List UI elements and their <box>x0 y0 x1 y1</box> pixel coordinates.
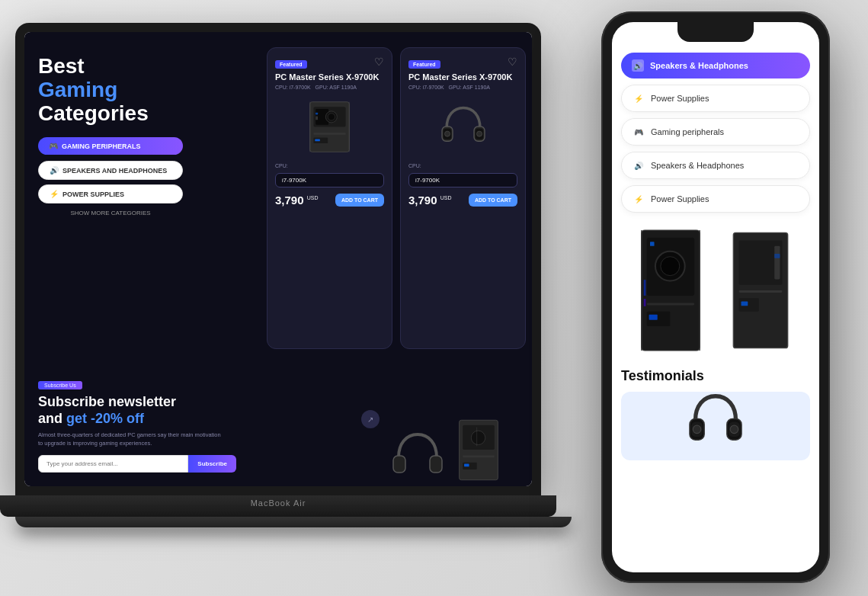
svg-rect-19 <box>430 456 442 473</box>
add-to-cart-button-1[interactable]: ADD TO CART <box>335 194 384 207</box>
newsletter-title: Subscribe newsletter and get -20% off <box>38 394 229 427</box>
laptop-screen: Best Gaming Categories 🎮 GAMING PERIPHER… <box>24 32 532 486</box>
newsletter-subscribe-button[interactable]: Subscribe <box>188 455 236 473</box>
phone-tower-image-1 <box>629 222 713 359</box>
svg-rect-25 <box>464 464 469 467</box>
product-name-2: PC Master Series X-9700K <box>408 72 517 82</box>
phone-tower-image-2 <box>719 222 802 359</box>
svg-rect-44 <box>774 246 780 280</box>
product-card-pc: Featured ♡ PC Master Series X-9700K CPU:… <box>267 47 392 349</box>
svg-rect-41 <box>739 290 783 293</box>
svg-rect-45 <box>774 254 780 258</box>
category-speakers-headphones[interactable]: 🔊 SPEAKERS AND HEADPHONES <box>38 161 183 180</box>
hero-title-line2: Gaming <box>38 78 117 101</box>
phone-menu-power-1[interactable]: ⚡ Power Supplies <box>621 85 810 112</box>
phone-menu-speakers-2[interactable]: 🔊 Speakers & Headphones <box>621 152 810 179</box>
testimonial-card <box>621 392 810 460</box>
phone-menu-label-2: Gaming peripherals <box>651 127 724 136</box>
phone-menu-label-0: Speakers & Headphones <box>650 61 748 70</box>
product-cards: Featured ♡ PC Master Series X-9700K CPU:… <box>267 47 526 349</box>
card-price-row-1: 3,790 USD ADD TO CART <box>275 194 384 207</box>
hero-left: Best Gaming Categories 🎮 GAMING PERIPHER… <box>38 47 267 349</box>
svg-rect-33 <box>649 315 658 320</box>
phone-menu-label-3: Speakers & Headphones <box>651 161 744 170</box>
scene: Best Gaming Categories 🎮 GAMING PERIPHER… <box>0 0 868 596</box>
svg-point-50 <box>693 425 701 434</box>
cpu-select-1[interactable]: i7-9700K <box>275 173 384 187</box>
speaker-icon-active: 🔊 <box>632 59 644 72</box>
hero-title-line3: Categories <box>38 101 149 125</box>
product-image-pc <box>275 96 384 157</box>
power-icon-1: ⚡ <box>633 92 645 104</box>
svg-rect-18 <box>393 456 405 473</box>
hero-title-line1: Best <box>38 54 85 78</box>
product-specs-2: CPU: i7-9700K GPU: ASF 1190A <box>408 85 517 90</box>
svg-rect-34 <box>650 242 655 246</box>
card-featured-badge-1: Featured <box>275 60 307 69</box>
show-more-categories[interactable]: SHOW MORE CATEGORIES <box>38 210 183 216</box>
gamepad-icon: 🎮 <box>633 126 645 138</box>
speaker-icon-2: 🔊 <box>633 159 645 171</box>
category-power-supplies[interactable]: ⚡ POWER SUPPLIES <box>38 184 183 203</box>
category-label-gaming: GAMING PERIPHERALS <box>62 143 141 150</box>
svg-point-4 <box>328 113 335 120</box>
svg-rect-7 <box>315 139 320 141</box>
laptop: Best Gaming Categories 🎮 GAMING PERIPHER… <box>15 23 564 572</box>
testimonials-title: Testimonials <box>621 368 810 384</box>
wishlist-icon-1[interactable]: ♡ <box>374 56 384 68</box>
laptop-screen-outer: Best Gaming Categories 🎮 GAMING PERIPHER… <box>15 23 541 495</box>
card-featured-badge-2: Featured <box>408 60 440 69</box>
phone-menu-gaming[interactable]: 🎮 Gaming peripherals <box>621 118 810 146</box>
category-gaming-peripherals[interactable]: 🎮 GAMING PERIPHERALS <box>38 137 183 155</box>
hero-title: Best Gaming Categories <box>38 55 267 125</box>
svg-rect-9 <box>315 116 318 120</box>
card-cpu-label-1: CPU: <box>275 163 384 168</box>
product-image-headphones <box>408 96 517 157</box>
svg-rect-23 <box>463 455 495 457</box>
wishlist-icon-2[interactable]: ♡ <box>508 56 517 68</box>
laptop-website: Best Gaming Categories 🎮 GAMING PERIPHER… <box>24 32 532 486</box>
svg-point-17 <box>476 131 482 136</box>
newsletter-email-input[interactable] <box>38 455 188 473</box>
svg-rect-8 <box>315 113 318 115</box>
category-label-speakers: SPEAKERS AND HEADPHONES <box>62 167 167 175</box>
phone: 🔊 Speakers & Headphones ⚡ Power Supplies… <box>601 11 830 583</box>
circle-navigation-button[interactable]: ↗ <box>361 410 380 428</box>
power-icon-2: ⚡ <box>633 193 645 205</box>
svg-point-16 <box>444 131 450 136</box>
card-cpu-label-2: CPU: <box>408 163 517 168</box>
phone-website: 🔊 Speakers & Headphones ⚡ Power Supplies… <box>612 22 819 572</box>
cpu-select-2[interactable]: i7-9700K <box>408 173 517 187</box>
add-to-cart-button-2[interactable]: ADD TO CART <box>469 194 517 207</box>
svg-rect-5 <box>313 133 345 135</box>
product-name-1: PC Master Series X-9700K <box>275 72 384 82</box>
phone-notch <box>677 22 754 42</box>
newsletter-decoration <box>387 414 501 486</box>
card-price-row-2: 3,790 USD ADD TO CART <box>408 194 517 207</box>
phone-menu-label-4: Power Supplies <box>651 194 709 203</box>
product-specs-1: CPU: i7-9700K GPU: ASF 1190A <box>275 85 384 90</box>
phone-towers-section <box>621 222 810 359</box>
category-label-power: POWER SUPPLIES <box>62 191 124 198</box>
newsletter-tag: Subscribe Us <box>38 381 82 389</box>
product-card-headphones: Featured ♡ PC Master Series X-9700K CPU:… <box>400 47 526 349</box>
newsletter-form: Subscribe <box>38 455 236 473</box>
phone-menu-speakers-active[interactable]: 🔊 Speakers & Headphones <box>621 53 810 79</box>
hero-section: Best Gaming Categories 🎮 GAMING PERIPHER… <box>24 32 532 364</box>
phone-menu-label-1: Power Supplies <box>651 94 709 103</box>
newsletter-section: Subscribe Us Subscribe newsletter and ge… <box>24 364 532 486</box>
phone-outer: 🔊 Speakers & Headphones ⚡ Power Supplies… <box>601 11 830 583</box>
product-price-1: 3,790 USD <box>275 194 319 207</box>
phone-menu-power-2[interactable]: ⚡ Power Supplies <box>621 185 810 213</box>
phone-screen: 🔊 Speakers & Headphones ⚡ Power Supplies… <box>612 22 819 572</box>
svg-point-22 <box>471 431 485 444</box>
newsletter-description: Almost three-quarters of dedicated PC ga… <box>38 431 221 447</box>
svg-rect-43 <box>741 302 748 306</box>
product-price-2: 3,790 USD <box>408 194 452 207</box>
laptop-base <box>0 495 556 517</box>
laptop-foot <box>15 517 572 527</box>
svg-point-51 <box>730 425 738 434</box>
svg-point-30 <box>661 257 680 276</box>
svg-rect-31 <box>647 303 694 306</box>
